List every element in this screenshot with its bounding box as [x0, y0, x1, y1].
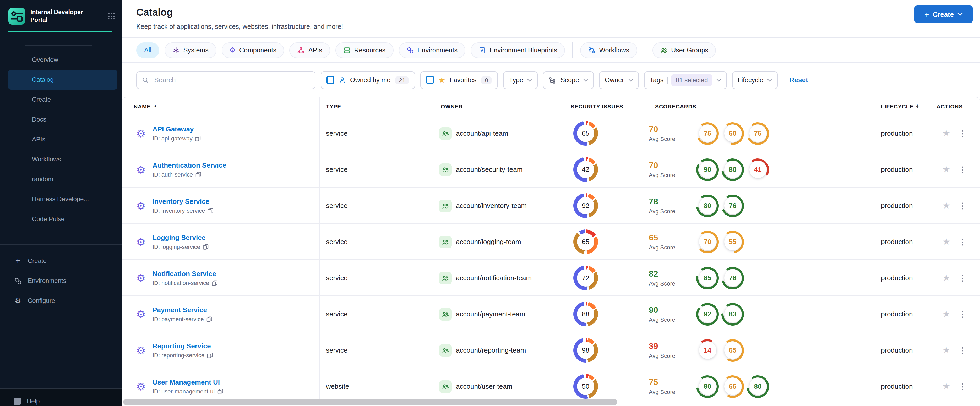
security-issues-ring: 65: [573, 230, 598, 254]
team-chip: [439, 235, 452, 248]
avg-score-value: 39: [649, 341, 687, 351]
copy-icon[interactable]: [207, 316, 212, 322]
tab-environment-blueprints[interactable]: Environment Blueprints: [471, 42, 565, 58]
entity-name-link[interactable]: Reporting Service: [153, 342, 213, 350]
copy-icon[interactable]: [207, 352, 213, 358]
more-actions-icon[interactable]: ⋮: [959, 128, 967, 138]
column-header-lifecycle[interactable]: LIFECYCLE ▲▼: [870, 97, 924, 115]
table-row: ⚙ Notification Service ID: notification-…: [122, 260, 980, 296]
favorite-star-icon[interactable]: ★: [942, 309, 950, 319]
app-window: Internal Developer Portal OverviewCatalo…: [0, 0, 980, 406]
entity-id: ID: user-management-ui: [153, 388, 215, 395]
entity-type: service: [320, 187, 435, 224]
search-input[interactable]: [153, 75, 310, 84]
favorite-star-icon[interactable]: ★: [942, 129, 950, 138]
divider: [687, 160, 688, 179]
entity-name-link[interactable]: API Gateway: [153, 125, 201, 133]
copy-icon[interactable]: [217, 389, 223, 394]
sidebar-item-help[interactable]: Help: [0, 389, 122, 405]
copy-icon[interactable]: [212, 280, 218, 286]
search-box[interactable]: [136, 71, 315, 89]
favorite-star-icon[interactable]: ★: [942, 165, 950, 174]
sidebar-item-apis[interactable]: APIs: [8, 129, 118, 149]
entity-name-link[interactable]: Notification Service: [153, 270, 218, 278]
table-row: ⚙ Logging Service ID: logging-service se…: [122, 224, 980, 260]
entity-name-link[interactable]: Logging Service: [153, 234, 208, 241]
lifecycle-value: production: [870, 187, 924, 224]
entity-name-link[interactable]: Authentication Service: [153, 161, 226, 169]
copy-icon[interactable]: [196, 171, 201, 177]
more-actions-icon[interactable]: ⋮: [959, 201, 967, 210]
tab-components[interactable]: ⚙Components: [222, 42, 284, 58]
scorecard-ring: 80: [695, 193, 719, 218]
more-actions-icon[interactable]: ⋮: [959, 237, 967, 246]
tags-dropdown[interactable]: Tags | 01 selected: [644, 71, 727, 89]
more-actions-icon[interactable]: ⋮: [959, 346, 967, 355]
more-actions-icon[interactable]: ⋮: [959, 309, 967, 319]
scorecard-value: 85: [699, 269, 716, 287]
lifecycle-dropdown[interactable]: Lifecycle: [732, 71, 778, 89]
more-actions-icon[interactable]: ⋮: [959, 165, 967, 174]
favorites-checkbox[interactable]: [426, 76, 434, 84]
owner-dropdown[interactable]: Owner: [599, 71, 639, 89]
copy-icon[interactable]: [195, 135, 201, 141]
copy-icon[interactable]: [203, 244, 208, 250]
reset-filters-link[interactable]: Reset: [789, 76, 808, 84]
tab-workflows[interactable]: Workflows: [580, 42, 637, 58]
scorecard-value: 80: [724, 161, 741, 178]
scorecard-value: 14: [699, 341, 716, 359]
scorecard-value: 76: [724, 197, 741, 214]
sidebar-item-code-pulse[interactable]: Code Pulse: [8, 209, 118, 229]
sidebar-item-catalog[interactable]: Catalog: [8, 70, 118, 90]
sidebar-item-overview[interactable]: Overview: [8, 50, 118, 70]
sidebar-item-harness-develope-[interactable]: Harness Develope...: [8, 189, 118, 209]
sidebar-item-configure[interactable]: ⚙Configure: [0, 291, 122, 311]
sidebar-item-workflows[interactable]: Workflows: [8, 149, 118, 169]
favorite-star-icon[interactable]: ★: [942, 382, 950, 391]
scope-dropdown[interactable]: Scope: [543, 71, 594, 89]
favorites-filter[interactable]: ★ Favorites 0: [420, 71, 498, 89]
scorecard-value: 75: [749, 125, 767, 142]
owner-name: account/logging-team: [456, 238, 521, 246]
sidebar-item-random[interactable]: random: [8, 169, 118, 189]
owned-by-me-checkbox[interactable]: [326, 76, 334, 84]
avg-score-label: Avg Score: [649, 389, 687, 395]
favorite-star-icon[interactable]: ★: [942, 273, 950, 282]
entity-name-link[interactable]: Payment Service: [153, 306, 212, 314]
entity-id: ID: inventory-service: [153, 208, 205, 214]
tab-environments[interactable]: Environments: [399, 42, 465, 58]
entity-name-link[interactable]: Inventory Service: [153, 198, 213, 205]
sidebar-item-create[interactable]: Create: [8, 90, 118, 109]
create-button[interactable]: + Create: [915, 5, 973, 23]
divider: [687, 232, 688, 252]
sidebar-item-environments[interactable]: Environments: [0, 271, 122, 291]
scorecard-rings: 7055: [695, 230, 745, 254]
owned-by-me-filter[interactable]: Owned by me 21: [321, 71, 415, 89]
horizontal-scrollbar[interactable]: [123, 399, 617, 405]
tab-apis[interactable]: APIs: [290, 42, 330, 58]
entity-name-link[interactable]: User Management UI: [153, 378, 223, 386]
app-grid-icon[interactable]: [108, 13, 115, 20]
favorite-star-icon[interactable]: ★: [942, 201, 950, 210]
more-actions-icon[interactable]: ⋮: [959, 273, 967, 282]
sidebar-item-create[interactable]: +Create: [0, 251, 122, 271]
search-icon: [142, 76, 149, 84]
scorecard-ring: 83: [721, 302, 745, 326]
copy-icon[interactable]: [208, 208, 213, 214]
more-actions-icon[interactable]: ⋮: [959, 382, 967, 391]
chevron-down-icon: [527, 78, 532, 81]
tab-all[interactable]: All: [136, 42, 159, 58]
sidebar-item-docs[interactable]: Docs: [8, 109, 118, 129]
column-header-name[interactable]: NAME ▲: [122, 97, 320, 115]
tab-systems[interactable]: Systems: [165, 42, 216, 58]
avg-score-value: 82: [649, 269, 687, 279]
tab-user-groups[interactable]: User Groups: [652, 42, 716, 58]
favorite-star-icon[interactable]: ★: [942, 346, 950, 355]
divider: [687, 196, 688, 216]
entity-type: service: [320, 296, 435, 332]
environments-icon: [406, 46, 414, 54]
favorite-star-icon[interactable]: ★: [942, 237, 950, 246]
tab-resources[interactable]: Resources: [336, 42, 394, 58]
main-content: Catalog Keep track of applications, serv…: [122, 0, 980, 406]
type-dropdown[interactable]: Type: [503, 71, 538, 89]
